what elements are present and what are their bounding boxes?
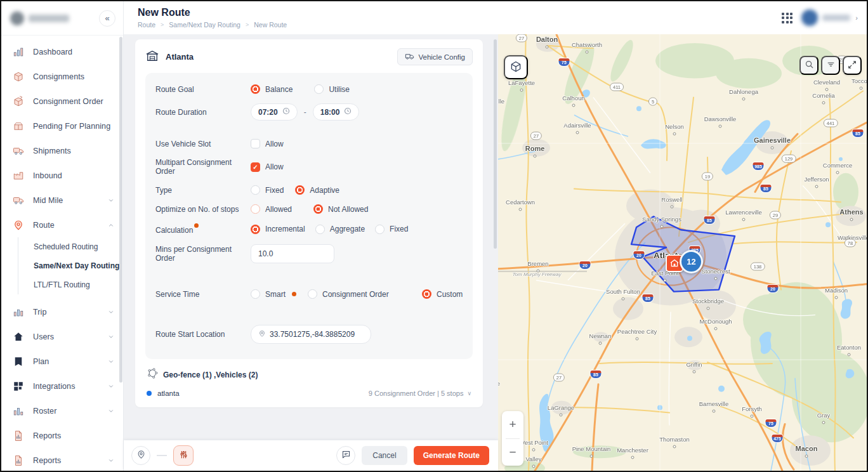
chevron-right-icon: › [855,14,858,22]
radio-consignment-order[interactable]: Consignment Order [308,289,422,299]
map-3d-toggle-button[interactable] [504,55,528,79]
sidebar-collapse-button[interactable]: « [99,10,115,27]
type-options: FixedAdaptive [251,185,463,195]
radio-label: Custom [437,290,463,299]
radio-label: Fixed [265,186,284,195]
route-start-location-input[interactable] [270,330,364,339]
map-label-roswell: Roswell [661,196,682,203]
multipart-option: ✓Allow [251,162,463,172]
route-shield-411: 411 [610,83,624,91]
map-label-rome: Rome [525,145,545,152]
radio-label: Adaptive [310,186,339,195]
checkbox-label: Allow [265,162,284,171]
interstate-shield-475: 475 [772,435,783,442]
breadcrumb-new-route[interactable]: New Route [254,21,287,29]
filter-icon [826,60,836,71]
radio-fixed[interactable]: Fixed [251,185,284,195]
radio-indicator [422,289,431,299]
users-icon [13,331,24,343]
sidebar-item-roster[interactable]: Roster [1,398,123,423]
radio-custom[interactable]: Custom [422,289,463,299]
map-label-dot [848,353,851,357]
required-dot [194,223,199,228]
radio-allowed[interactable]: Allowed [251,204,292,214]
map-label-dot [673,445,676,449]
sidebar-item-consignments[interactable]: Consignments [1,64,123,89]
radio-smart[interactable]: Smart [251,289,308,299]
map-label-peachtree-city: Peachtree City [617,328,657,335]
map-fullscreen-button[interactable] [843,56,862,75]
generate-route-button[interactable]: Generate Route [414,446,489,465]
map-label-cornelia: Cornelia [812,92,834,99]
radio-indicator [295,185,305,195]
sidebar-item-reports[interactable]: Reports [1,423,123,448]
comment-button[interactable] [336,446,355,465]
profile-menu[interactable]: › [801,10,858,26]
step-settings-button[interactable] [173,445,194,466]
radio-indicator [251,289,260,299]
zoom-in-button[interactable]: + [502,411,523,438]
radio-adaptive[interactable]: Adaptive [295,185,339,195]
route-shield-5: 5 [648,98,657,106]
map-label-adairsville: Adairsville [563,122,591,129]
map-label-dot [713,410,716,413]
step-location-button[interactable] [131,446,150,465]
radio-balance[interactable]: Balance [251,84,293,94]
map-panel[interactable]: DaltonChatsworthLaFayetteSummervilleCalh… [498,34,867,471]
sidebar-item-plan[interactable]: Plan [1,349,123,374]
cancel-button[interactable]: Cancel [362,446,407,465]
radio-not-allowed[interactable]: Not Allowed [313,204,368,214]
sidebar-scrollbar[interactable] [119,37,122,383]
interstate-shield-75: 75 [559,58,570,66]
end-time-input[interactable]: 18:00 [313,103,360,121]
interstate-shield-75: 75 [766,419,777,427]
radio-fixed[interactable]: Fixed [375,225,408,234]
sidebar-item-label: Users [33,332,99,341]
stops-cluster-marker[interactable]: 12 [680,250,703,273]
sidebar-item-dashboard[interactable]: Dashboard [1,39,123,64]
breadcrumb-route[interactable]: Route [138,21,155,29]
start-time-input[interactable]: 07:20 [251,103,298,121]
sidebar-item-mid-mile[interactable]: Mid Mile [1,188,123,213]
vehicle-config-button[interactable]: Vehicle Config [397,48,473,65]
action-bar: Cancel Generate Route [124,440,498,471]
radio-utilise[interactable]: Utilise [314,84,350,94]
interstate-shield-85: 85 [704,216,715,224]
sidebar-item-ltl-ftl-routing[interactable]: LTL/FTL Routing [18,275,123,294]
map-filter-button[interactable] [821,56,840,75]
sidebar-item-pending-for-planning[interactable]: Pending For Planning [1,114,123,138]
sidebar-item-reports[interactable]: Reports [1,448,123,471]
map-label-dot [825,88,829,91]
map-label-nelson: Nelson [665,123,684,130]
content-scrollbar[interactable] [494,39,497,249]
radio-aggregate[interactable]: Aggregate [315,225,365,234]
route-shield-78: 78 [845,239,856,247]
sidebar-item-inbound[interactable]: Inbound [1,163,123,188]
sidebar-item-consignment-order[interactable]: Consignment Order [1,89,123,114]
checkbox-allow[interactable]: Allow [251,139,284,148]
mins-per-consignment-order-input[interactable] [251,244,334,263]
sidebar-item-scheduled-routing[interactable]: Scheduled Routing [18,237,123,256]
zoom-out-button[interactable]: − [502,439,523,466]
sidebar-item-users[interactable]: Users [1,324,123,349]
sidebar-item-integrations[interactable]: Integrations [1,374,123,398]
radio-incremental[interactable]: Incremental [251,225,305,234]
route-stats-toggle[interactable]: 9 Consignment Order | 5 stops ∨ [369,390,471,397]
chevron-down-icon [108,408,114,414]
map-search-button[interactable] [799,56,819,75]
step-connector [157,455,167,456]
map-label-dot [532,449,536,452]
map-label-dot [805,455,808,458]
checkbox-allow[interactable]: ✓Allow [251,162,284,172]
sidebar-item-label: Dashboard [33,48,114,56]
sidebar-item-shipments[interactable]: Shipments [1,138,123,163]
sidebar-item-trip[interactable]: Trip [1,299,123,324]
breadcrumb-same-next-day-routing[interactable]: Same/Next Day Routing [169,21,240,29]
map-label-dot [714,327,718,331]
sidebar-item-same-next-day-routing[interactable]: Same/Next Day Routing [18,256,123,275]
map-label-dot [599,342,602,345]
map-label-toccoa: Toccoa [852,77,867,84]
apps-grid-icon[interactable] [782,13,792,23]
route-list-item[interactable]: atlanta 9 Consignment Order | 5 stops ∨ [147,390,471,400]
sidebar-item-route[interactable]: Route [1,213,123,237]
